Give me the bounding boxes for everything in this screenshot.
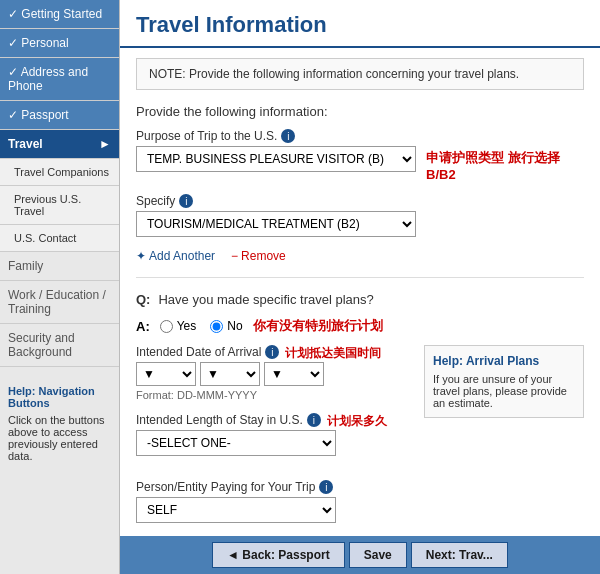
answer-row: A: Yes No 你有没有特别旅行计划: [136, 317, 383, 335]
section-label: Provide the following information:: [136, 104, 584, 119]
annotation-1: 申请护照类型 旅行选择B/B2: [426, 149, 584, 182]
payer-info-icon[interactable]: i: [319, 480, 333, 494]
help-title: Help: Navigation Buttons: [8, 385, 111, 409]
purpose-info-icon[interactable]: i: [281, 129, 295, 143]
day-select[interactable]: ▼: [136, 362, 196, 386]
add-remove-row: ✦ Add Another − Remove: [136, 249, 584, 263]
sidebar-item-work-education[interactable]: Work / Education / Training: [0, 281, 119, 324]
arrival-help-box: Help: Arrival Plans If you are unsure of…: [424, 345, 584, 418]
date-selects: ▼ ▼ ▼: [136, 362, 404, 386]
payer-field-group: Person/Entity Paying for Your Trip i SEL…: [136, 480, 584, 523]
sidebar-item-personal[interactable]: Personal: [0, 29, 119, 58]
travel-plans-radio-group: Yes No: [160, 319, 243, 333]
main-content: Travel Information NOTE: Provide the fol…: [120, 0, 600, 574]
stay-info-icon[interactable]: i: [307, 413, 321, 427]
arrival-left: Intended Date of Arrival i 计划抵达美国时间 ▼ ▼: [136, 345, 404, 468]
sidebar-item-family[interactable]: Family: [0, 252, 119, 281]
sidebar-help: Help: Navigation Buttons Click on the bu…: [0, 377, 119, 470]
sidebar-item-getting-started[interactable]: Getting Started: [0, 0, 119, 29]
sidebar-item-address-phone[interactable]: Address and Phone: [0, 58, 119, 101]
specify-select[interactable]: TOURISM/MEDICAL TREATMENT (B2): [136, 211, 416, 237]
year-select[interactable]: ▼: [264, 362, 324, 386]
stay-select[interactable]: -SELECT ONE-: [136, 430, 336, 456]
save-button[interactable]: Save: [349, 542, 407, 568]
arrival-date-group: Intended Date of Arrival i 计划抵达美国时间 ▼ ▼: [136, 345, 404, 401]
sidebar-item-travel-companions[interactable]: Travel Companions: [0, 159, 119, 186]
footer-bar: ◄ Back: Passport Save Next: Trav...: [120, 536, 600, 574]
content-area: NOTE: Provide the following information …: [120, 48, 600, 536]
stay-length-group: Intended Length of Stay in U.S. i 计划呆多久 …: [136, 413, 404, 456]
annotation-4: 计划呆多久: [327, 413, 387, 430]
remove-link[interactable]: − Remove: [231, 249, 286, 263]
month-select[interactable]: ▼: [200, 362, 260, 386]
help-text: Click on the buttons above to access pre…: [8, 414, 111, 462]
purpose-label: Purpose of Trip to the U.S. i: [136, 129, 416, 143]
annotation-3: 计划抵达美国时间: [285, 345, 381, 362]
sidebar-item-passport[interactable]: Passport: [0, 101, 119, 130]
arrival-info-icon[interactable]: i: [265, 345, 279, 359]
page-title: Travel Information: [136, 12, 584, 38]
back-button[interactable]: ◄ Back: Passport: [212, 542, 345, 568]
sidebar-item-us-contact[interactable]: U.S. Contact: [0, 225, 119, 252]
specify-info-icon[interactable]: i: [179, 194, 193, 208]
date-format: Format: DD-MMM-YYYY: [136, 389, 404, 401]
arrival-help-title: Help: Arrival Plans: [433, 354, 575, 368]
payer-select[interactable]: SELF: [136, 497, 336, 523]
annotation-2: 你有没有特别旅行计划: [253, 317, 383, 335]
note-box: NOTE: Provide the following information …: [136, 58, 584, 90]
yes-radio[interactable]: [160, 320, 173, 333]
purpose-field-group: Purpose of Trip to the U.S. i TEMP. BUSI…: [136, 129, 584, 182]
question-text: Have you made specific travel plans?: [158, 292, 373, 307]
sidebar-item-previous-us-travel[interactable]: Previous U.S. Travel: [0, 186, 119, 225]
purpose-select[interactable]: TEMP. BUSINESS PLEASURE VISITOR (B): [136, 146, 416, 172]
no-option[interactable]: No: [210, 319, 242, 333]
specify-field-group: Specify i TOURISM/MEDICAL TREATMENT (B2): [136, 194, 584, 237]
stay-label: Intended Length of Stay in U.S. i: [136, 413, 321, 427]
add-another-link[interactable]: ✦ Add Another: [136, 249, 215, 263]
arrival-date-label: Intended Date of Arrival i: [136, 345, 279, 359]
next-button[interactable]: Next: Trav...: [411, 542, 508, 568]
sidebar-item-travel[interactable]: Travel ►: [0, 130, 119, 159]
specify-label: Specify i: [136, 194, 584, 208]
sidebar-item-security-background[interactable]: Security and Background: [0, 324, 119, 367]
yes-option[interactable]: Yes: [160, 319, 197, 333]
sidebar: Getting Started Personal Address and Pho…: [0, 0, 120, 574]
no-radio[interactable]: [210, 320, 223, 333]
arrival-help-text: If you are unsure of your travel plans, …: [433, 373, 575, 409]
arrival-section: Intended Date of Arrival i 计划抵达美国时间 ▼ ▼: [136, 345, 584, 468]
divider-1: [136, 277, 584, 278]
question-row: Q: Have you made specific travel plans?: [136, 292, 383, 307]
payer-label: Person/Entity Paying for Your Trip i: [136, 480, 333, 494]
page-header: Travel Information: [120, 0, 600, 48]
